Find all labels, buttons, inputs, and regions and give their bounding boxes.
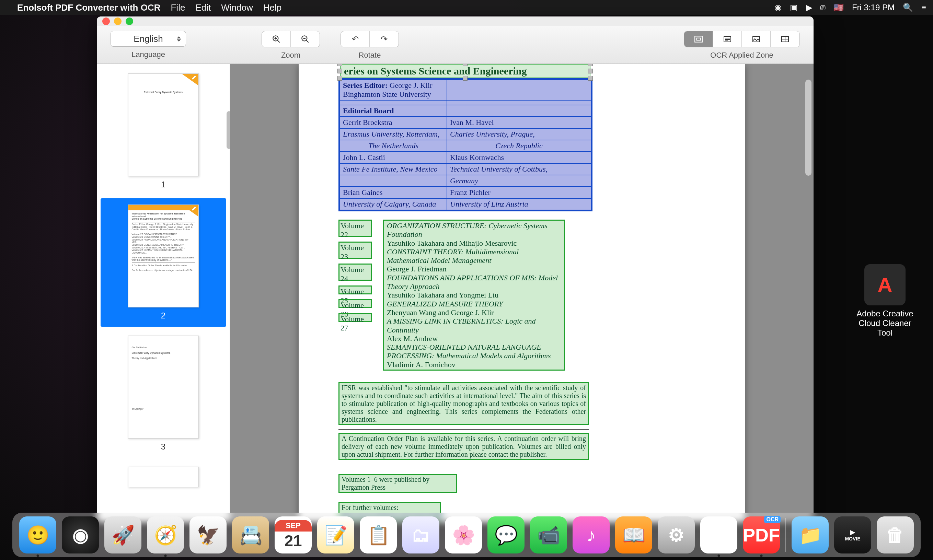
editor-right-name: Franz Pichler — [447, 187, 591, 198]
thumb-3-pub: Springer — [134, 408, 143, 410]
desktop-icon-label: Adobe Creative Cloud Cleaner Tool — [851, 309, 919, 338]
series-editor-affil: Binghamton State University — [343, 90, 431, 98]
zoom-button[interactable] — [126, 17, 133, 25]
dock-itunes[interactable]: ♪ — [573, 517, 610, 554]
airplay-menu-icon[interactable]: ▶ — [806, 3, 812, 12]
page-scrollbar[interactable] — [805, 80, 811, 176]
input-flag-icon[interactable]: 🇺🇸 — [833, 3, 844, 12]
volume-no: Volume 25 — [339, 286, 372, 294]
resize-handle[interactable] — [337, 76, 342, 81]
editor-right-affil: Charles University, Prague, — [447, 128, 591, 140]
cc-menu-icon[interactable]: ◉ — [774, 3, 782, 12]
menu-window[interactable]: Window — [221, 2, 252, 13]
editor-right-affil2: Czech Republic — [447, 140, 591, 152]
language-select[interactable]: English — [111, 31, 186, 47]
menu-file[interactable]: File — [171, 2, 185, 13]
zoom-out-button[interactable] — [291, 31, 320, 47]
menu-extras-icon[interactable]: ≡ — [921, 3, 926, 12]
display-menu-icon[interactable]: ▣ — [790, 3, 798, 12]
dock-enolsoft-pdf[interactable]: PDF OCR — [743, 517, 780, 554]
ocr-zone-table-button[interactable] — [771, 31, 799, 47]
dock: 🙂 ◉ 🚀 🧭 🦅 📇 SEP 21 📝 📋 🗂 🌸 💬 📹 ♪ 📖 ⚙ ◉ P… — [12, 513, 921, 557]
dock-separator — [785, 518, 786, 552]
ocr-tag: OCR — [764, 516, 781, 523]
volume-no: Volume 24 — [339, 263, 372, 281]
cal-month: SEP — [275, 520, 312, 532]
resize-handle[interactable] — [588, 64, 593, 66]
resize-handle[interactable] — [337, 64, 342, 66]
ocr-zone-continuation[interactable]: A Continuation Order Plan is available f… — [339, 433, 589, 460]
dock-facetime[interactable]: 📹 — [530, 517, 567, 554]
rotate-left-button[interactable]: ↶ — [341, 31, 370, 47]
dock-safari[interactable]: 🧭 — [147, 517, 184, 554]
editor-left-affil2: The Netherlands — [340, 140, 447, 152]
ocr-zone-auto-button[interactable] — [684, 31, 713, 47]
svg-rect-13 — [753, 36, 760, 42]
spotlight-icon[interactable]: 🔍 — [903, 3, 913, 12]
page-view[interactable]: eries on Systems Science and Engineering — [230, 64, 813, 522]
ocr-zone-series-heading[interactable]: eries on Systems Science and Engineering — [340, 64, 590, 78]
dock-movie[interactable]: ▶MOVIE — [834, 517, 871, 554]
movie-label: MOVIE — [845, 536, 860, 542]
page-paper: eries on Systems Science and Engineering — [299, 64, 745, 522]
clock[interactable]: Fri 3:19 PM — [852, 3, 895, 12]
thumb-1-number: 1 — [161, 180, 165, 189]
app-menu[interactable]: Enolsoft PDF Converter with OCR — [17, 2, 160, 13]
volume-details: ORGANIZATION STRUCTURE: Cybernetic Syste… — [383, 220, 565, 371]
dock-launchpad[interactable]: 🚀 — [104, 517, 142, 554]
thumbnail-page-1[interactable]: Extremal Fuzzy Dynamic Systems 1 — [100, 67, 226, 195]
dock-photos[interactable]: 🌸 — [445, 517, 482, 554]
screen-mirror-icon[interactable]: ⎚ — [821, 3, 825, 12]
dock-reminders[interactable]: 📋 — [360, 517, 397, 554]
rotate-right-button[interactable]: ↷ — [370, 31, 399, 47]
resize-handle[interactable] — [463, 76, 468, 81]
language-label: Language — [131, 50, 165, 59]
zoom-in-button[interactable] — [262, 31, 291, 47]
dock-mail[interactable]: 🦅 — [189, 517, 226, 554]
language-group: English Language — [111, 31, 186, 59]
rotate-label: Rotate — [359, 51, 381, 60]
editor-right-name: Klaus Kornwachs — [447, 152, 591, 163]
ocr-zone-pergamon[interactable]: Volumes 1–6 were published by Pergamon P… — [339, 474, 457, 493]
menu-edit[interactable]: Edit — [196, 2, 211, 13]
volume-no: Volume 22 — [339, 220, 372, 237]
content-area: Extremal Fuzzy Dynamic Systems 1 Interna… — [97, 64, 813, 522]
dock-trash[interactable]: 🗑 — [877, 517, 914, 554]
close-button[interactable] — [102, 17, 110, 25]
series-heading-text: eries on Systems Science and Engineering — [344, 65, 527, 77]
ocr-zone-editor-table[interactable]: Series Editor: George J. KlirBinghamton … — [339, 78, 593, 211]
dock-clips[interactable]: 🗂 — [402, 517, 439, 554]
thumbnail-sidebar[interactable]: Extremal Fuzzy Dynamic Systems 1 Interna… — [97, 64, 230, 522]
ocr-zone-ifsr-para[interactable]: IFSR was established "to stimulate all a… — [339, 382, 589, 425]
dock-calendar[interactable]: SEP 21 — [275, 517, 312, 554]
ocr-zone-image-button[interactable] — [742, 31, 771, 47]
zoom-label: Zoom — [281, 51, 300, 60]
thumbnail-page-4[interactable] — [100, 460, 226, 494]
resize-handle[interactable] — [588, 76, 593, 81]
ocr-zone-text-button[interactable] — [713, 31, 742, 47]
desktop-icon-cc-cleaner[interactable]: A Adobe Creative Cloud Cleaner Tool — [851, 264, 919, 338]
dock-finder[interactable]: 🙂 — [19, 517, 56, 554]
volume-no: Volume 26 — [339, 299, 372, 308]
editor-left-affil: University of Calgary, Canada — [340, 198, 447, 210]
pdf-label: PDF — [743, 524, 780, 546]
ocr-zone-volumes[interactable]: Volume 22 Volume 23 Volume 24 Volume 25 … — [339, 220, 605, 371]
dock-siri[interactable]: ◉ — [62, 517, 99, 554]
dock-messages[interactable]: 💬 — [487, 517, 525, 554]
dock-system-preferences[interactable]: ⚙ — [658, 517, 695, 554]
editor-right-name: Ivan M. Havel — [447, 117, 591, 128]
resize-handle[interactable] — [463, 64, 468, 66]
thumbnail-page-2[interactable]: International Federation for Systems Res… — [100, 198, 226, 327]
toolbar: English Language Zoom ↶ ↷ Rotate — [97, 26, 813, 64]
svg-rect-7 — [695, 36, 702, 42]
thumbnail-page-3[interactable]: Gia Sirbiladze Extremal Fuzzy Dynamic Sy… — [100, 329, 226, 458]
minimize-button[interactable] — [114, 17, 122, 25]
resize-handle[interactable] — [588, 69, 593, 74]
dock-ibooks[interactable]: 📖 — [615, 517, 652, 554]
dock-chrome[interactable]: ◉ — [700, 517, 737, 554]
menu-help[interactable]: Help — [263, 2, 282, 13]
dock-downloads[interactable]: 📁 — [791, 517, 829, 554]
resize-handle[interactable] — [337, 69, 342, 74]
dock-notes[interactable]: 📝 — [317, 517, 354, 554]
dock-contacts[interactable]: 📇 — [232, 517, 269, 554]
